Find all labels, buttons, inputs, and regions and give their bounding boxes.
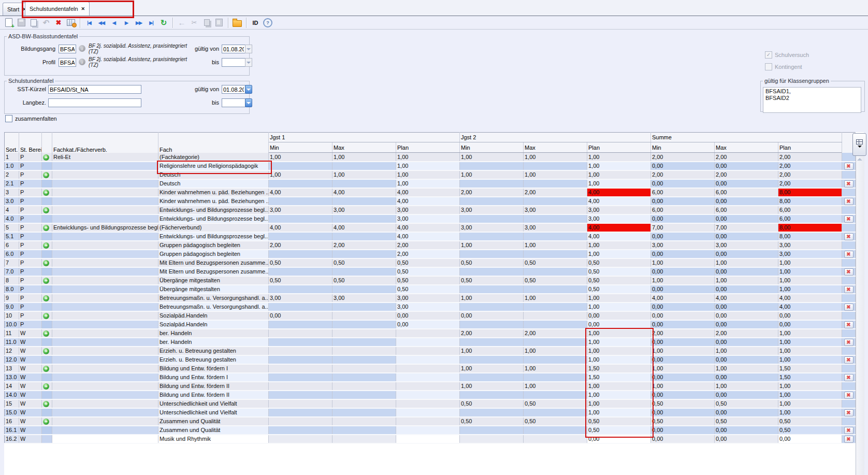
cell-jgst1-min[interactable]: 1,00 [269, 170, 332, 179]
cell-jgst1-plan[interactable] [396, 417, 460, 426]
cell-jgst1-max[interactable]: 2,00 [332, 241, 396, 250]
cell-jgst2-plan[interactable]: 0,50 [587, 276, 651, 285]
cell-fach[interactable]: Religionslehre und Religionspädagogik [158, 162, 269, 170]
cell-jgst2-min[interactable]: 1,00 [460, 364, 524, 373]
cell-summe-min[interactable]: 0,00 [651, 303, 715, 311]
cell-fach[interactable]: Bildung und Entw. fördern II [158, 391, 269, 399]
help-button[interactable]: ? [262, 17, 273, 28]
cell-fach[interactable]: Unterschiedlichkeit und Vielfalt [158, 408, 269, 417]
delete-row-button[interactable]: ✖ [844, 286, 853, 293]
table-row[interactable]: 5P+Entwicklungs- und Bildungsprozesse be… [5, 223, 856, 232]
cell-fach[interactable]: Deutsch [158, 170, 269, 179]
table-row[interactable]: 7P+Mit Eltern und Bezugspersonen zusamme… [5, 258, 856, 267]
cell-jgst2-plan[interactable]: 1,00 [587, 329, 651, 338]
cell-jgst1-max[interactable] [332, 267, 396, 276]
cell-summe-max[interactable]: 0,00 [715, 197, 778, 206]
cell-jgst2-plan[interactable]: 0,50 [587, 285, 651, 294]
cell-summe-min[interactable]: 0,00 [651, 391, 715, 399]
table-row[interactable]: 3P+Kinder wahrnehmen u. päd. Beziehungen… [5, 188, 856, 197]
cell-jgst2-min[interactable] [460, 338, 524, 347]
vertical-scrollbar[interactable] [856, 153, 864, 475]
cell-summe-min[interactable]: 2,00 [651, 170, 715, 179]
cell-jgst2-max[interactable]: 0,50 [524, 417, 587, 426]
cell-summe-min[interactable]: 0,50 [651, 417, 715, 426]
cell-jgst1-max[interactable] [332, 355, 396, 364]
cell-jgst2-max[interactable] [524, 355, 587, 364]
cell-jgst1-plan[interactable]: 1,00 [396, 179, 460, 188]
cell-summe-max[interactable]: 0,00 [715, 435, 778, 443]
cell-jgst1-min[interactable] [269, 250, 332, 258]
cell-summe-plan[interactable]: 8,00 [778, 223, 842, 232]
cell-summe-max[interactable]: 0,00 [715, 214, 778, 223]
profil-field[interactable] [59, 58, 76, 67]
cell-jgst1-max[interactable]: 3,00 [332, 206, 396, 214]
table-row[interactable]: 9.0PBetreuungsmaßn. u. Versorgungshandl.… [5, 303, 856, 311]
cell-jgst2-plan[interactable]: 1,00 [587, 170, 651, 179]
cell-jgst2-max[interactable]: 3,00 [524, 206, 587, 214]
cell-jgst2-plan[interactable]: 1,50 [587, 364, 651, 373]
add-row-icon[interactable]: + [43, 366, 49, 372]
cell-summe-min[interactable]: 0,00 [651, 214, 715, 223]
cell-jgst2-plan[interactable]: 0,50 [587, 417, 651, 426]
table-row[interactable]: 6.0PGruppen pädagogisch begleiten2,001,0… [5, 250, 856, 258]
add-row-icon[interactable]: + [43, 225, 49, 231]
cell-jgst1-min[interactable] [269, 267, 332, 276]
cell-summe-plan[interactable]: 1,00 [778, 408, 842, 417]
cell-summe-min[interactable]: 0,50 [651, 399, 715, 408]
cell-jgst2-plan[interactable]: 3,00 [587, 214, 651, 223]
table-row[interactable]: 16.2WMusik und Rhythmik0,000,000,000,00✖ [5, 435, 856, 443]
cell-jgst2-max[interactable]: 2,00 [524, 329, 587, 338]
cell-summe-max[interactable]: 0,00 [715, 250, 778, 258]
cell-fach[interactable]: Bildung und Entw. fördern I [158, 373, 269, 382]
fast-backward-button[interactable]: ◀◀ [96, 17, 107, 28]
fast-forward-button[interactable]: ▶▶ [133, 17, 144, 28]
cell-jgst1-plan[interactable]: 1,00 [396, 162, 460, 170]
cell-summe-max[interactable]: 2,00 [715, 170, 778, 179]
add-row-icon[interactable]: + [43, 330, 49, 337]
cell-jgst1-max[interactable]: 4,00 [332, 188, 396, 197]
cell-summe-plan[interactable]: 0,50 [778, 417, 842, 426]
cell-fach[interactable]: ber. Handeln [158, 329, 269, 338]
cell-fach[interactable]: Gruppen pädagogisch begleiten [158, 250, 269, 258]
cell-summe-max[interactable]: 3,00 [715, 241, 778, 250]
table-row[interactable]: 3.0PKinder wahrnehmen u. päd. Beziehunge… [5, 197, 856, 206]
cell-jgst2-plan[interactable]: 1,00 [587, 391, 651, 399]
cell-jgst2-min[interactable] [460, 285, 524, 294]
cell-jgst2-plan[interactable]: 1,00 [587, 241, 651, 250]
cell-jgst1-min[interactable]: 0,50 [269, 258, 332, 267]
cell-jgst2-min[interactable]: 0,50 [460, 417, 524, 426]
cell-jgst2-max[interactable] [524, 303, 587, 311]
cell-summe-plan[interactable]: 1,50 [778, 373, 842, 382]
cell-summe-max[interactable]: 0,00 [715, 162, 778, 170]
checkbox-unchecked-icon[interactable] [5, 115, 12, 122]
sst-gueltig-von-field[interactable] [222, 85, 245, 94]
cell-jgst2-plan[interactable]: 3,00 [587, 206, 651, 214]
table-row[interactable]: 4P+Entwicklungs- und Bildungsprozesse be… [5, 206, 856, 214]
cell-fach[interactable]: Gruppen pädagogisch begleiten [158, 241, 269, 250]
cell-jgst1-min[interactable] [269, 399, 332, 408]
cell-jgst1-max[interactable] [332, 214, 396, 223]
cell-summe-min[interactable]: 0,00 [651, 408, 715, 417]
cell-summe-max[interactable]: 0,00 [715, 267, 778, 276]
table-row[interactable]: 7.0PMit Eltern und Bezugspersonen zusamm… [5, 267, 856, 276]
add-row-icon[interactable]: + [43, 295, 49, 301]
cell-jgst1-plan[interactable]: 4,00 [396, 223, 460, 232]
langbez-field[interactable] [48, 98, 141, 107]
cell-jgst2-max[interactable] [524, 408, 587, 417]
cell-summe-min[interactable]: 1,00 [651, 258, 715, 267]
delete-row-button[interactable]: ✖ [844, 427, 853, 434]
open-folder-button[interactable] [232, 17, 243, 28]
add-row-icon[interactable]: + [43, 278, 49, 284]
tab-schulstundentafeln[interactable]: Schulstundentafeln ✕ [25, 2, 90, 16]
cell-fach[interactable]: Kinder wahrnehmen u. päd. Beziehungen ..… [158, 197, 269, 206]
table-row[interactable]: 13W+Bildung und Entw. fördern I1,001,001… [5, 364, 856, 373]
cell-jgst2-max[interactable] [524, 426, 587, 435]
cell-jgst2-max[interactable] [524, 179, 587, 188]
cell-jgst2-min[interactable] [460, 197, 524, 206]
cell-summe-max[interactable]: 1,00 [715, 364, 778, 373]
cell-jgst2-min[interactable] [460, 426, 524, 435]
delete-row-button[interactable]: ✖ [844, 374, 853, 381]
cell-jgst2-min[interactable] [460, 355, 524, 364]
add-row-icon[interactable]: + [43, 242, 49, 249]
cell-jgst2-plan[interactable]: 1,00 [587, 382, 651, 391]
